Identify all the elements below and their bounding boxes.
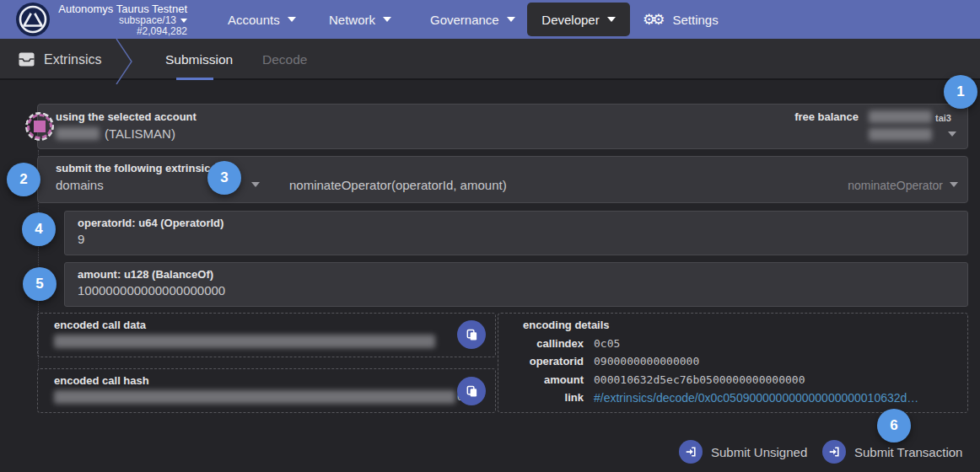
extrinsic-select-label: submit the following extrinsic [56,162,210,174]
chevron-down-icon [507,17,515,22]
annotation-circle-2: 2 [7,163,40,196]
annotation-circle-6: 6 [877,409,911,442]
extrinsics-page: Autonomys Taurus Testnet subspace/13 #2,… [0,0,980,472]
chevron-down-icon [180,19,187,23]
decode-link[interactable]: #/extrinsics/decode/0x0c0509000000000000… [594,391,918,405]
best-block-number: #2,094,282 [49,26,187,37]
amount-label: amount [482,373,584,386]
callindex-value: 0c05 [594,337,620,350]
section-title-extrinsics: Extrinsics [19,39,101,80]
account-dropdown-chevron-icon[interactable] [948,131,956,137]
tab-decode[interactable]: Decode [262,39,307,80]
account-name-redacted [56,127,100,140]
param-amount-label: amount: u128 (BalanceOf) [78,268,213,281]
annotation-circle-1: 1 [944,75,977,109]
operatorid-value: 0900000000000000 [594,355,699,367]
active-tab-underline [176,78,213,80]
param-operatorid-value[interactable]: 9 [78,232,84,246]
nav-item-accounts[interactable]: Accounts [228,0,296,39]
submit-unsigned-button[interactable]: Submit Unsigned [679,440,807,464]
link-label: link [482,391,584,404]
nav-item-developer[interactable]: Developer [527,3,630,36]
sign-in-icon [679,440,703,464]
free-balance-value-redacted [869,110,932,123]
callindex-label: callindex [482,337,584,350]
chevron-down-icon [607,17,616,22]
chevron-down-icon [383,17,391,22]
nav-item-settings[interactable]: ⚙⚙ Settings [643,0,719,39]
copy-icon [466,329,478,341]
chain-info[interactable]: Autonomys Taurus Testnet subspace/13 #2,… [49,3,187,37]
section-dropdown[interactable]: domains [56,178,104,192]
free-balance-label: free balance [791,110,859,123]
copy-call-hash-button[interactable] [457,377,486,405]
account-identicon [24,111,55,142]
copy-icon [466,385,478,398]
copy-call-data-button[interactable] [457,320,486,349]
amount-value: 000010632d5ec76b0500000000000000 [594,373,805,386]
extrinsics-inbox-icon [19,52,35,67]
encoded-call-data-redacted [54,335,435,348]
sign-in-icon [822,440,846,464]
submit-transaction-button[interactable]: Submit Transaction [822,440,962,464]
chain-name: Autonomys Taurus Testnet [49,3,187,15]
annotation-circle-3: 3 [207,161,241,195]
breadcrumb-chevron-divider [114,39,134,84]
annotation-circle-5: 5 [23,267,57,301]
param-operatorid-label: operatorId: u64 (OperatorId) [78,217,223,229]
annotation-circle-4: 4 [22,212,56,246]
account-select-label: using the selected account [56,110,197,123]
nav-item-governance[interactable]: Governance [430,0,515,39]
tab-submission[interactable]: Submission [165,39,233,80]
encoded-call-data-label: encoded call data [54,319,146,331]
balance-unit: tai3 [935,113,951,123]
encoded-call-hash-label: encoded call hash [54,374,149,387]
autonomys-logo-icon[interactable] [14,1,51,38]
encoding-details-title: encoding details [523,319,610,331]
param-amount-value[interactable]: 100000000000000000000 [78,283,225,298]
account-source-label: (TALISMAN) [105,126,175,141]
tab-bar [0,39,980,80]
operatorid-label: operatorid [482,355,584,367]
method-name-hint: nominateOperator [810,179,943,192]
settings-gears-icon: ⚙⚙ [643,11,661,29]
method-dropdown-chevron-icon[interactable] [950,182,958,187]
encoded-call-hash-redacted [54,390,455,404]
method-dropdown[interactable]: nominateOperator(operatorId, amount) [289,178,507,192]
section-dropdown-chevron-icon[interactable] [251,182,260,187]
nav-item-network[interactable]: Network [329,0,391,39]
chevron-down-icon [288,17,296,22]
account-address-redacted [869,128,932,141]
